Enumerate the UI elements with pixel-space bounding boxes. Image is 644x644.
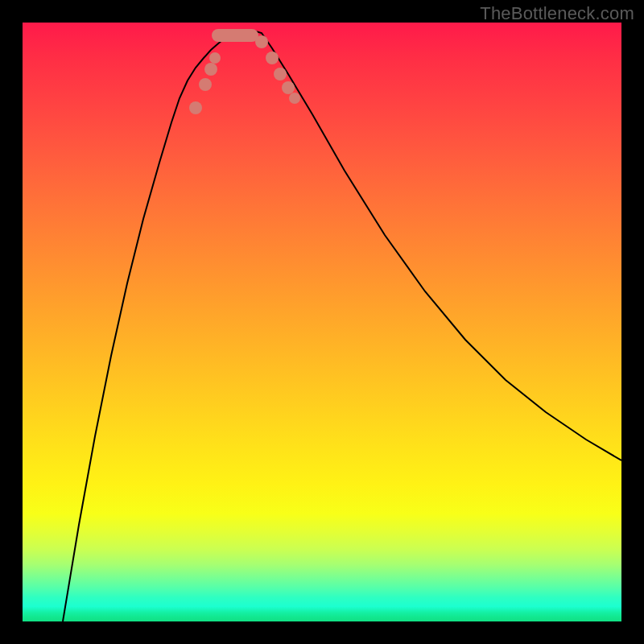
- curve-marker-dot: [255, 35, 268, 48]
- curve-marker-dot: [199, 78, 212, 91]
- bottleneck-curve: [63, 31, 621, 621]
- curve-marker-dot: [282, 81, 295, 94]
- curve-marker-dot: [189, 101, 202, 114]
- curve-markers: [189, 29, 300, 114]
- curve-marker-dot: [274, 68, 287, 80]
- curve-layer: [23, 23, 621, 621]
- curve-marker-dot: [204, 63, 217, 76]
- curve-marker-dot: [266, 52, 279, 64]
- curve-marker-dot: [289, 93, 300, 104]
- chart-frame: TheBottleneck.com: [0, 0, 644, 644]
- plot-area: [23, 23, 621, 621]
- curve-marker-pill: [212, 29, 258, 42]
- watermark-text: TheBottleneck.com: [480, 3, 634, 24]
- bottleneck-curve-path: [63, 31, 621, 621]
- curve-marker-dot: [209, 52, 221, 64]
